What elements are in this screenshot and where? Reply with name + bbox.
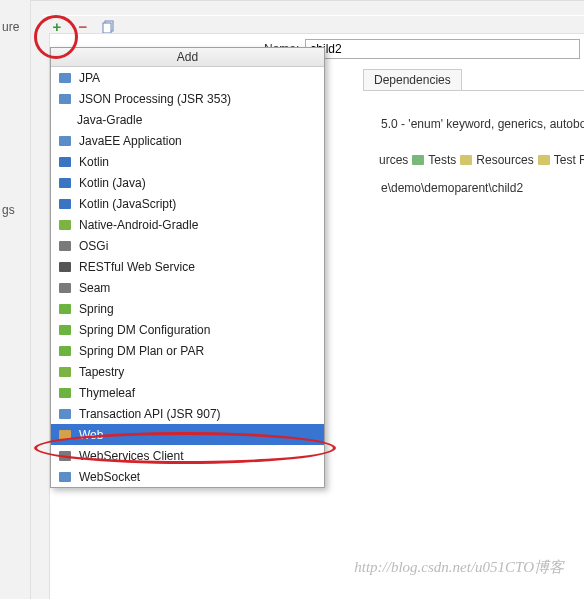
sidebar-text-2: gs (2, 203, 15, 217)
popup-item-transaction-api-jsr-907-[interactable]: Transaction API (JSR 907) (51, 403, 324, 424)
popup-item-label: Transaction API (JSR 907) (79, 407, 221, 421)
sidebar-text-1: ure (2, 20, 19, 34)
sources-label: urces (379, 153, 408, 167)
popup-item-jpa[interactable]: JPA (51, 67, 324, 88)
tab-dependencies[interactable]: Dependencies (363, 69, 462, 90)
framework-icon (57, 427, 73, 443)
svg-rect-8 (59, 220, 71, 230)
framework-icon (57, 91, 73, 107)
popup-item-json-processing-jsr-353-[interactable]: JSON Processing (JSR 353) (51, 88, 324, 109)
popup-item-label: Kotlin (Java) (79, 176, 146, 190)
svg-rect-19 (59, 451, 71, 461)
popup-item-thymeleaf[interactable]: Thymeleaf (51, 382, 324, 403)
popup-item-label: OSGi (79, 239, 108, 253)
language-level-text: 5.0 - 'enum' keyword, generics, autoboxi… (381, 117, 584, 131)
framework-icon (57, 364, 73, 380)
framework-icon (57, 154, 73, 170)
framework-icon (57, 238, 73, 254)
svg-rect-20 (59, 472, 71, 482)
popup-item-label: Spring DM Configuration (79, 323, 210, 337)
svg-rect-2 (59, 73, 71, 83)
popup-item-spring-dm-configuration[interactable]: Spring DM Configuration (51, 319, 324, 340)
tests-label: Tests (428, 153, 456, 167)
popup-title: Add (51, 48, 324, 67)
popup-item-label: Spring (79, 302, 114, 316)
framework-icon (57, 469, 73, 485)
popup-item-websocket[interactable]: WebSocket (51, 466, 324, 487)
svg-rect-4 (59, 136, 71, 146)
svg-rect-16 (59, 388, 71, 398)
framework-icon (57, 448, 73, 464)
popup-item-label: Kotlin (79, 155, 109, 169)
popup-item-label: Tapestry (79, 365, 124, 379)
popup-item-java-gradle[interactable]: Java-Gradle (51, 109, 324, 130)
popup-item-web[interactable]: Web (51, 424, 324, 445)
test-resources-label: Test Reso (554, 153, 584, 167)
tests-folder-icon (412, 155, 424, 165)
popup-item-label: Kotlin (JavaScript) (79, 197, 176, 211)
svg-rect-3 (59, 94, 71, 104)
resources-label: Resources (476, 153, 533, 167)
popup-item-javaee-application[interactable]: JavaEE Application (51, 130, 324, 151)
framework-icon (57, 70, 73, 86)
popup-item-osgi[interactable]: OSGi (51, 235, 324, 256)
svg-rect-17 (59, 409, 71, 419)
module-name-input[interactable] (305, 39, 580, 59)
popup-item-kotlin-java-[interactable]: Kotlin (Java) (51, 172, 324, 193)
popup-item-label: Web (79, 428, 103, 442)
popup-item-spring[interactable]: Spring (51, 298, 324, 319)
framework-icon (57, 406, 73, 422)
svg-rect-15 (59, 367, 71, 377)
popup-item-label: WebSocket (79, 470, 140, 484)
resources-folder-icon (460, 155, 472, 165)
popup-item-webservices-client[interactable]: WebServices Client (51, 445, 324, 466)
framework-icon (57, 217, 73, 233)
popup-item-kotlin-javascript-[interactable]: Kotlin (JavaScript) (51, 193, 324, 214)
popup-item-label: Native-Android-Gradle (79, 218, 198, 232)
popup-item-label: Seam (79, 281, 110, 295)
svg-rect-11 (59, 283, 71, 293)
svg-rect-10 (59, 262, 71, 272)
popup-item-label: Java-Gradle (77, 113, 142, 127)
svg-rect-7 (59, 199, 71, 209)
framework-icon (57, 175, 73, 191)
popup-item-label: JavaEE Application (79, 134, 182, 148)
popup-item-label: WebServices Client (79, 449, 183, 463)
popup-item-label: JSON Processing (JSR 353) (79, 92, 231, 106)
popup-item-kotlin[interactable]: Kotlin (51, 151, 324, 172)
add-framework-popup: Add JPAJSON Processing (JSR 353)Java-Gra… (50, 47, 325, 488)
svg-rect-6 (59, 178, 71, 188)
test-resources-folder-icon (538, 155, 550, 165)
framework-icon (57, 196, 73, 212)
svg-rect-12 (59, 304, 71, 314)
popup-item-seam[interactable]: Seam (51, 277, 324, 298)
framework-icon (57, 385, 73, 401)
tab-row: Dependencies (363, 69, 584, 91)
svg-rect-18 (59, 430, 71, 440)
svg-rect-14 (59, 346, 71, 356)
framework-icon (57, 322, 73, 338)
framework-icon (57, 259, 73, 275)
popup-item-label: JPA (79, 71, 100, 85)
popup-item-native-android-gradle[interactable]: Native-Android-Gradle (51, 214, 324, 235)
framework-icon (57, 343, 73, 359)
project-path-text: e\demo\demoparent\child2 (381, 181, 523, 195)
popup-item-spring-dm-plan-or-par[interactable]: Spring DM Plan or PAR (51, 340, 324, 361)
svg-rect-1 (103, 23, 111, 33)
left-sidebar: ure gs (0, 0, 31, 599)
popup-item-label: Thymeleaf (79, 386, 135, 400)
framework-icon (57, 280, 73, 296)
watermark: http://blog.csdn.net/u051CTO博客 (354, 558, 564, 577)
popup-items-list: JPAJSON Processing (JSR 353)Java-GradleJ… (51, 67, 324, 487)
popup-item-restful-web-service[interactable]: RESTful Web Service (51, 256, 324, 277)
popup-item-label: Spring DM Plan or PAR (79, 344, 204, 358)
popup-item-tapestry[interactable]: Tapestry (51, 361, 324, 382)
popup-item-label: RESTful Web Service (79, 260, 195, 274)
svg-rect-5 (59, 157, 71, 167)
framework-icon (57, 301, 73, 317)
svg-rect-13 (59, 325, 71, 335)
source-folders-row: urces Tests Resources Test Reso (379, 153, 584, 167)
framework-icon (57, 133, 73, 149)
svg-rect-9 (59, 241, 71, 251)
